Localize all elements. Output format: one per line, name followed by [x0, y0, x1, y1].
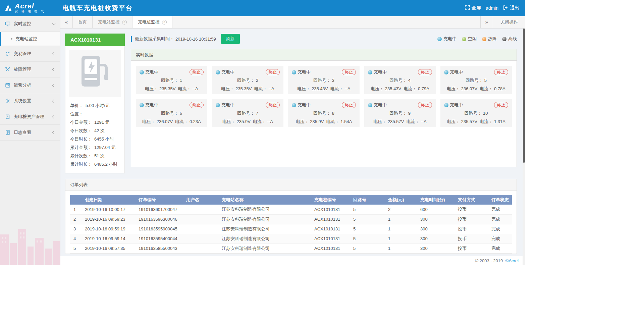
order-row[interactable]: 42019-10-16 09:59:141910163595400044江苏安科…: [70, 234, 512, 243]
order-cell: 2019-10-16 09:59:23: [82, 214, 135, 224]
sidebar-item-transactions[interactable]: 交易管理: [0, 46, 60, 62]
scrollbar-thumb[interactable]: [523, 29, 525, 163]
sidebar-item-pile-assets[interactable]: 充电桩资产管理: [0, 109, 60, 125]
voltage-value: 235.35V: [235, 86, 252, 91]
terminate-button[interactable]: 终止: [266, 102, 280, 108]
logout-button[interactable]: 退出: [503, 5, 519, 11]
legend-label: 充电中: [443, 36, 457, 42]
card-meter-line: 电压： 236.07V 电流： 0.78A: [444, 86, 508, 92]
card-circuit-line: 回路号： 4: [368, 77, 432, 84]
order-cell: ACX1010131: [311, 243, 350, 253]
terminate-button[interactable]: 终止: [190, 102, 204, 108]
status-dot-icon: [140, 70, 144, 74]
card-circuit-line: 回路号： 10: [444, 110, 508, 116]
username[interactable]: admin: [486, 5, 498, 11]
tab-label: 充电桩监控: [138, 19, 160, 25]
current-value: 1.31A: [494, 119, 505, 124]
order-cell: 江苏安科瑞制造有限公司: [218, 243, 311, 253]
sidebar-item-realtime-monitor[interactable]: 实时监控: [0, 16, 60, 32]
status-dot-icon: [292, 103, 296, 107]
stat-value: 6455 小时: [94, 137, 114, 142]
current-label: 电流：: [175, 119, 188, 124]
order-row[interactable]: 32019-10-16 09:59:191910163595900045江苏安科…: [70, 224, 512, 234]
double-left-arrow-icon: «: [65, 19, 68, 25]
circuit-number: 9: [408, 111, 411, 116]
circuit-number: 6: [180, 111, 182, 116]
page-title: 电瓶车充电桩收费平台: [62, 4, 133, 12]
card-status-label: 充电中: [298, 102, 311, 108]
sidebar-item-station-monitor[interactable]: 充电站监控: [0, 32, 60, 46]
chevron-left-icon: [52, 68, 56, 71]
order-cell: 5: [70, 243, 82, 253]
charging-circuit-card: 充电中 终止 回路号： 3 电压： 235.43V 电流： --A: [288, 66, 360, 94]
order-cell: 600: [417, 205, 454, 214]
sidebar-item-label: 实时监控: [14, 21, 31, 27]
orders-column-header: 金额(元): [385, 195, 417, 205]
close-tab-icon[interactable]: ×: [162, 20, 167, 24]
close-tab-icon[interactable]: ×: [122, 20, 127, 24]
order-cell: 2019-10-16 10:00:17: [82, 205, 135, 214]
chevron-left-icon: [52, 99, 56, 103]
circuit-label: 回路号：: [464, 111, 482, 116]
exchange-icon: [5, 51, 10, 56]
city-skyline-decoration: [0, 215, 60, 265]
vertical-scrollbar[interactable]: [523, 29, 525, 265]
sidebar-item-faults[interactable]: 故障管理: [0, 62, 60, 77]
card-circuit-line: 回路号： 2: [216, 77, 280, 84]
terminate-button[interactable]: 终止: [266, 69, 280, 75]
card-meter-line: 电压： 235.35V 电流： --A: [140, 86, 204, 92]
circuit-label: 回路号：: [161, 78, 178, 83]
order-cell: ACX1010131: [311, 224, 350, 234]
order-cell: 300: [417, 224, 454, 234]
status-dot-icon: [482, 37, 486, 41]
fullscreen-button[interactable]: 全屏: [465, 5, 481, 11]
station-panel: ACX1010131 单价：5.00 小时/元 位置：: [65, 34, 125, 173]
card-status-row: 充电中 终止: [216, 102, 280, 108]
refresh-button[interactable]: 刷新: [221, 34, 240, 44]
order-cell: 1: [385, 243, 417, 253]
terminate-button[interactable]: 终止: [494, 102, 508, 108]
stat-label: 位置：: [70, 111, 83, 116]
tabs-scroll-left-button[interactable]: «: [60, 16, 73, 28]
sidebar-item-settings[interactable]: 系统设置: [0, 93, 60, 109]
terminate-button[interactable]: 终止: [342, 69, 356, 75]
order-row[interactable]: 22019-10-16 09:59:231910163596300046江苏安科…: [70, 214, 512, 224]
order-row[interactable]: 52019-10-16 09:57:351910163585500043江苏安科…: [70, 243, 512, 253]
current-value: 0.78A: [494, 86, 505, 91]
sidebar-item-logs[interactable]: 日志查看: [0, 125, 60, 141]
terminate-button[interactable]: 终止: [342, 102, 356, 108]
sidebar-item-label: 充电桩资产管理: [14, 114, 44, 120]
terminate-button[interactable]: 终止: [494, 69, 508, 75]
card-status-label: 充电中: [221, 102, 234, 108]
order-cell: ACX1010131: [311, 214, 350, 224]
order-cell: 2: [70, 214, 82, 224]
order-cell: 1910163595400044: [135, 234, 183, 243]
tabs-scroll-right-button[interactable]: »: [480, 16, 493, 28]
close-operations-button[interactable]: 关闭操作: [493, 16, 525, 28]
terminate-button[interactable]: 终止: [418, 69, 432, 75]
stat-value: 6485.2 小时: [94, 162, 117, 167]
card-meter-line: 电压： 235.35V 电流： --A: [216, 86, 280, 92]
order-cell: 5: [350, 234, 385, 243]
card-status-row: 充电中 终止: [292, 102, 356, 108]
circuit-number: 10: [483, 111, 488, 116]
footer-brand-link[interactable]: ©Acrel: [505, 258, 519, 263]
monitor-column: 最新数据采集时间： 2019-10-16 10:31:59 刷新 充电中 空闲 …: [131, 34, 517, 173]
tab-pile-monitor[interactable]: 充电桩监控 ×: [132, 16, 172, 28]
terminate-button[interactable]: 终止: [190, 69, 204, 75]
tab-station-monitor[interactable]: 充电站监控 ×: [93, 16, 132, 28]
charging-circuit-card: 充电中 终止 回路号： 6 电压： 236.07V 电流： 0.23A: [136, 99, 207, 127]
stat-label: 累计时长：: [70, 162, 92, 167]
circuit-number: 7: [256, 111, 258, 116]
main-content: ACX1010131 单价：5.00 小时/元 位置：: [60, 29, 525, 256]
order-cell: 5: [350, 214, 385, 224]
order-cell: 江苏安科瑞制造有限公司: [218, 224, 311, 234]
order-cell: 300: [417, 234, 454, 243]
voltage-value: 235.9V: [237, 119, 251, 124]
station-stats: 单价：5.00 小时/元 位置： 今日金额：1291 元 今日次数：42 次 今…: [69, 101, 121, 168]
tab-home[interactable]: 首页: [73, 16, 93, 28]
terminate-button[interactable]: 终止: [418, 102, 432, 108]
order-row[interactable]: 12019-10-16 10:00:171910163601700047江苏安科…: [70, 205, 512, 214]
sidebar-item-analytics[interactable]: 运营分析: [0, 77, 60, 93]
orders-column-header: 充电桩编号: [311, 195, 350, 205]
